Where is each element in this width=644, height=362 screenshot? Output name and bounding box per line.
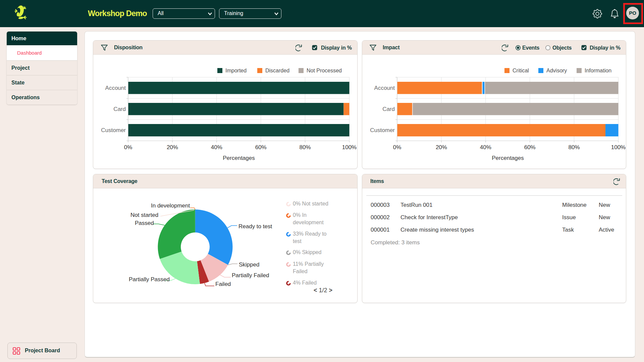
svg-text:Account: Account xyxy=(374,85,395,91)
svg-text:Critical: Critical xyxy=(513,68,529,73)
svg-text:100%: 100% xyxy=(342,144,357,150)
svg-text:20%: 20% xyxy=(436,144,447,150)
svg-text:20%: 20% xyxy=(167,144,178,150)
svg-text:Customer: Customer xyxy=(101,127,126,133)
svg-text:60%: 60% xyxy=(255,144,267,150)
svg-text:Percentages: Percentages xyxy=(492,155,524,161)
svg-text:Percentages: Percentages xyxy=(223,155,255,161)
svg-text:Discarded: Discarded xyxy=(265,68,289,73)
svg-text:Customer: Customer xyxy=(370,127,395,133)
svg-text:40%: 40% xyxy=(211,144,222,150)
svg-text:Account: Account xyxy=(105,85,126,91)
svg-text:Advisory: Advisory xyxy=(546,68,567,73)
svg-text:40%: 40% xyxy=(480,144,491,150)
svg-text:80%: 80% xyxy=(569,144,580,150)
svg-text:0%: 0% xyxy=(124,144,132,150)
svg-text:Card: Card xyxy=(382,106,395,112)
svg-text:80%: 80% xyxy=(300,144,311,150)
svg-text:Not Processed: Not Processed xyxy=(307,68,342,73)
svg-text:0%: 0% xyxy=(393,144,401,150)
svg-text:Imported: Imported xyxy=(225,68,247,73)
svg-text:Information: Information xyxy=(585,68,611,73)
svg-text:Card: Card xyxy=(113,106,126,112)
svg-text:100%: 100% xyxy=(611,144,626,150)
svg-text:60%: 60% xyxy=(524,144,536,150)
